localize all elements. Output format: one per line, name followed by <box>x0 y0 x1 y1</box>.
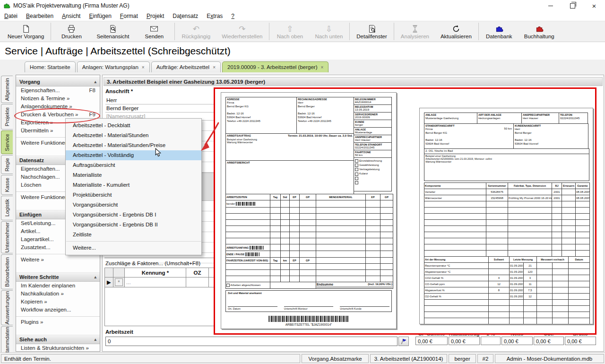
sidebar-item-plugins-[interactable]: Plugins » <box>16 316 100 328</box>
menu-bearbeiten[interactable]: Bearbeiten <box>22 11 58 21</box>
toolbar-datenbank[interactable]: Datenbank <box>480 21 519 42</box>
module-tab-projekte[interactable]: Projekte <box>1 104 13 130</box>
module-tab-auswertungen[interactable]: Auswertungen <box>1 290 13 325</box>
context-item-weitere-[interactable]: Weitere... <box>66 243 201 253</box>
module-tab-logistik[interactable]: Logistik <box>1 196 13 220</box>
close-tab-icon[interactable]: × <box>142 65 145 70</box>
collapse-icon[interactable]: ▴ <box>94 79 96 84</box>
tab-home-startseite[interactable]: Home: Startseite <box>25 61 76 72</box>
flag-pen-button[interactable] <box>398 337 409 346</box>
toolbar-label: Detailfenster <box>356 34 387 39</box>
tab-anlagen-wartungsplan[interactable]: Anlagen: Wartungsplan× <box>77 61 150 72</box>
collapse-icon[interactable]: ▴ <box>94 337 96 342</box>
toolbar-aktualisieren[interactable]: Aktualisieren <box>435 21 477 42</box>
module-tab-unternehmer[interactable]: Unternehmer <box>1 221 13 253</box>
sidebar-item-label: Kopieren » <box>21 298 47 306</box>
sidebar-item-im-kalender-einplanen[interactable]: Im Kalender einplanen <box>16 282 100 290</box>
preview-info-box: FAHRTZONE50 km <box>354 150 392 158</box>
asterisk-button[interactable]: * <box>115 278 123 286</box>
total-value: 0,00 € <box>565 337 596 345</box>
collapse-icon[interactable]: ▴ <box>94 275 96 279</box>
tab-2019-00009-3-arbeitszettel-berger-[interactable]: 2019.00009 - 3. Arbeitszettel (berger)× <box>222 61 328 72</box>
context-item-zeitliste[interactable]: Zeitliste <box>66 230 201 240</box>
statusbar: Enthält den Termin.Vorgang.Absatzmarke3.… <box>0 352 605 364</box>
toolbar-separator <box>174 23 175 40</box>
toolbar-buchhaltung[interactable]: Buchhaltung <box>519 21 560 42</box>
minimize-button[interactable] <box>540 0 562 11</box>
menubar: DateiBearbeitenAnsichtEinfügenFormatProj… <box>0 11 605 21</box>
sidebar-item-notizen-termine-[interactable]: Notizen & Termine » <box>16 95 100 103</box>
context-item-arbeitszettel-deckblatt[interactable]: Arbeitszettel - Deckblatt <box>66 121 201 130</box>
toolbar-drucken[interactable]: Drucken <box>52 21 91 42</box>
context-item-auftragsübersicht[interactable]: Auftragsübersicht <box>66 160 201 170</box>
context-item-vorgangsübersicht-ergebnis-db-i[interactable]: Vorgangsübersicht - Ergebnis DB I <box>66 210 201 220</box>
context-item-arbeitszettel-material-stunden[interactable]: Arbeitszettel - Material/Stunden <box>66 130 201 140</box>
toolbar-neuer-vorgang[interactable]: Neuer Vorgang <box>2 21 50 42</box>
toolbar-detailfenster[interactable]: Detailfenster <box>351 21 393 42</box>
module-tab-büroarbeiten[interactable]: Büroarbeiten <box>1 254 13 289</box>
module-tab-kasse[interactable]: Kasse <box>1 175 13 195</box>
module-tab-regie[interactable]: Regie <box>1 155 13 174</box>
anlage-info-cell: TELEFON02224/2011345 <box>559 113 588 124</box>
section-header[interactable]: Weitere Schritte▴ <box>16 272 100 282</box>
menu-extras[interactable]: Extras <box>202 11 227 21</box>
module-tab-label: Büroarbeiten <box>4 257 10 287</box>
grid-cell[interactable]: ... <box>125 277 186 287</box>
arbeitszeiten-table: ARBEITSZEITENTagStdEPGPMENGE/MATERIALEPG… <box>225 194 393 289</box>
toolbar-label: Datenbank <box>486 34 512 39</box>
sidebar-item-eigenschaften-[interactable]: Eigenschaften...F8 <box>16 87 100 95</box>
sidebar-item-label: Listen & Strukturansichten » <box>21 344 89 352</box>
context-item-materialliste-kumuliert[interactable]: Materialliste - Kumuliert <box>66 180 201 190</box>
section-title: Weitere Schritte <box>19 274 59 280</box>
context-item-projektübersicht[interactable]: Projektübersicht <box>66 190 201 200</box>
context-item-vorgangsübersicht-ergebnis-db-ii[interactable]: Vorgangsübersicht - Ergebnis DB II <box>66 220 201 230</box>
status-segment: Vorgang.Absatzmarke <box>302 354 368 363</box>
module-tab-service[interactable]: Service <box>1 130 13 154</box>
checkbox-icon <box>355 173 358 176</box>
menu-datensatz[interactable]: Datensatz <box>168 11 202 21</box>
module-tab-allgemein[interactable]: Allgemein <box>1 76 13 103</box>
menu-format[interactable]: Format <box>116 11 142 21</box>
menu-einfügen[interactable]: Einfügen <box>85 11 115 21</box>
toolbar-label: Drucken <box>61 34 82 39</box>
close-tab-icon[interactable]: × <box>321 65 324 70</box>
toolbar: Neuer VorgangDruckenSeitenansichtSenden↶… <box>0 21 605 42</box>
tab-aufträge-arbeitszettel[interactable]: Aufträge: Arbeitszettel× <box>151 61 221 72</box>
toolbar-senden[interactable]: Senden <box>135 21 173 42</box>
module-tab-label: Kasse <box>4 178 10 192</box>
sidebar-item-workflow-anzeigen-[interactable]: Workflow anzeigen... <box>16 306 100 314</box>
sidebar-item-weitere-[interactable]: Weitere » <box>16 254 100 265</box>
breadcrumb: Service | Aufträge | Arbeitszettel (Schr… <box>0 42 605 60</box>
menu-projekt[interactable]: Projekt <box>142 11 168 21</box>
arrow-up-icon: ⇧ <box>286 25 293 34</box>
context-item-materialliste[interactable]: Materialliste <box>66 170 201 180</box>
grid-cell[interactable] <box>186 277 209 287</box>
toolbar-label: Senden <box>145 34 164 39</box>
restore-button[interactable] <box>562 0 583 11</box>
arrow-down-icon: ⇩ <box>326 25 332 34</box>
preview-info-box: BELEGNUMMER#AZ1900014 <box>354 97 392 105</box>
window-title: MOS'aik Projektverwaltung (Firma Muster … <box>13 2 130 9</box>
sidebar-item-nachkalkulation-[interactable]: Nachkalkulation » <box>16 290 100 298</box>
arbeitszeit-input[interactable]: 0 <box>105 337 398 346</box>
breadcrumb-text: Service | Aufträge | Arbeitszettel (Schr… <box>5 45 231 57</box>
sidebar-item-listen-strukturansichten-[interactable]: Listen & Strukturansichten » <box>16 344 100 352</box>
sidebar-item-label: Übermitteln » <box>21 127 53 135</box>
context-item-arbeitszettel-vollständig[interactable]: Arbeitszettel - Vollständig <box>66 150 201 160</box>
section-header[interactable]: Siehe auch▴ <box>16 335 100 344</box>
toolbar-seitenansicht[interactable]: Seitenansicht <box>91 21 135 42</box>
section-header[interactable]: Vorgang▴ <box>16 77 100 87</box>
sidebar-item-label: Weitere Funktionen » <box>21 139 72 148</box>
context-item-arbeitszettel-material-stunden-preise[interactable]: Arbeitszettel - Material/Stunden/Preise <box>66 140 201 150</box>
sidebar-item-kopieren-[interactable]: Kopieren » <box>16 298 100 306</box>
rechnungsadresse-box: RECHNUNGSADRESSEHerrBernd Berger Badstr.… <box>296 97 354 134</box>
context-item-vorgangsübersicht[interactable]: Vorgangsübersicht <box>66 200 201 210</box>
close-button[interactable]: × <box>583 0 605 11</box>
komponenten-table: KomponenteSeriennummerFabrikat, Type, Di… <box>424 182 590 257</box>
toolbar-separator <box>269 23 269 40</box>
menu--[interactable]: ? <box>227 11 239 21</box>
menu-ansicht[interactable]: Ansicht <box>58 11 85 21</box>
close-tab-icon[interactable]: × <box>213 65 216 70</box>
menu-datei[interactable]: Datei <box>0 11 22 21</box>
printer-icon <box>67 25 76 34</box>
